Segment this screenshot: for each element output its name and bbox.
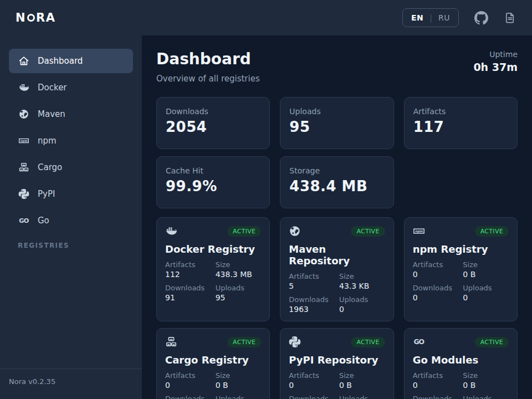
app-version: Nora v0.2.35 (0, 369, 142, 399)
status-badge: ACTIVE (227, 337, 261, 347)
top-bar: N RA EN | RU (0, 0, 532, 35)
language-toggle[interactable]: EN | RU (402, 8, 459, 27)
status-badge: ACTIVE (351, 226, 385, 237)
stat-field-value: 43.3 KB (339, 282, 385, 290)
stat-value: 95 (289, 119, 384, 135)
registry-card-npm[interactable]: ACTIVE npm Registry Artifacts 0 Size 0 B… (404, 217, 518, 321)
stat-field-label: Artifacts (413, 371, 459, 380)
registry-name: Cargo Registry (165, 354, 261, 366)
stat-field-label: Uploads (463, 395, 509, 399)
stat-field-value: 0 B (463, 381, 509, 390)
stat-field-label: Artifacts (165, 260, 211, 269)
sidebar-item-go[interactable]: Go (9, 208, 133, 233)
stat-value: 2054 (166, 119, 260, 135)
logo-o-circle (27, 14, 35, 22)
stat-card-artifacts: Artifacts 117 (404, 97, 518, 149)
registry-stat-size: Size 438.3 MB (216, 260, 262, 279)
sidebar-item-cargo[interactable]: Cargo (9, 155, 133, 180)
python-icon (18, 188, 29, 200)
registry-stat-uploads: Uploads 0 (339, 395, 385, 399)
sidebar-item-dashboard[interactable]: Dashboard (9, 49, 133, 73)
registry-stat-artifacts: Artifacts 0 (413, 260, 459, 279)
sidebar-item-pypi[interactable]: PyPI (9, 182, 133, 206)
uptime-block: Uptime 0h 37m (473, 50, 518, 73)
registry-stat-downloads: Downloads 0 (413, 284, 459, 302)
registry-stat-uploads: Uploads 0 (339, 295, 385, 314)
go-icon (413, 336, 425, 348)
registry-name: Docker Registry (165, 243, 261, 255)
registry-card-header: ACTIVE (289, 225, 385, 237)
crates-icon (18, 162, 29, 173)
sidebar-item-npm[interactable]: npm (9, 129, 133, 153)
stat-field-label: Artifacts (413, 260, 459, 269)
registry-stat-artifacts: Artifacts 112 (165, 260, 211, 279)
page-title: Dashboard (156, 50, 260, 68)
stat-field-label: Size (463, 260, 509, 269)
sidebar-item-docker[interactable]: Docker (9, 75, 133, 100)
registry-stat-size: Size 0 B (216, 371, 262, 390)
registry-card-header: ACTIVE (165, 336, 261, 348)
stat-field-label: Size (216, 260, 262, 269)
registry-stat-downloads: Downloads 91 (165, 284, 211, 302)
registry-card-header: ACTIVE (413, 225, 509, 237)
stat-value: 99.9% (166, 178, 260, 195)
stat-label: Storage (289, 166, 384, 175)
registry-stats: Artifacts 0 Size 0 B Downloads 0 Uploads… (413, 371, 509, 399)
registry-stats: Artifacts 0 Size 0 B Downloads 0 Uploads… (289, 371, 385, 399)
docs-icon[interactable] (504, 12, 516, 24)
stat-field-value: 0 (413, 270, 459, 279)
sidebar-item-label: npm (38, 136, 57, 146)
docker-whale-icon (165, 225, 177, 237)
stat-field-label: Uploads (339, 295, 385, 304)
stat-field-value: 0 B (216, 381, 262, 390)
page-title-block: Dashboard Overview of all registries (156, 50, 260, 84)
main-content: Dashboard Overview of all registries Upt… (142, 35, 532, 399)
stat-label: Cache Hit (166, 166, 260, 175)
stat-field-label: Size (463, 371, 509, 380)
stat-field-label: Size (339, 371, 385, 380)
registry-card-maven[interactable]: ACTIVE Maven Repository Artifacts 5 Size… (280, 217, 393, 321)
language-option-ru[interactable]: RU (438, 13, 450, 22)
stat-field-label: Uploads (216, 284, 262, 292)
stat-field-label: Downloads (165, 284, 211, 292)
registry-card-cargo[interactable]: ACTIVE Cargo Registry Artifacts 0 Size 0… (156, 328, 270, 399)
registry-stat-size: Size 0 B (339, 371, 385, 390)
registry-card-go[interactable]: ACTIVE Go Modules Artifacts 0 Size 0 B D… (404, 328, 518, 399)
stat-field-label: Downloads (165, 395, 211, 399)
crates-icon (165, 336, 177, 348)
status-badge: ACTIVE (351, 337, 385, 347)
page-subtitle: Overview of all registries (156, 74, 260, 84)
registry-name: Maven Repository (289, 243, 385, 267)
registry-card-header: ACTIVE (413, 336, 509, 348)
stat-field-label: Uploads (339, 395, 385, 399)
stat-field-value: 5 (289, 282, 335, 290)
docker-whale-icon (18, 82, 29, 93)
registry-card-docker[interactable]: ACTIVE Docker Registry Artifacts 112 Siz… (156, 217, 270, 321)
logo-text-post: RA (36, 11, 55, 24)
stat-field-label: Size (339, 272, 385, 280)
language-option-en[interactable]: EN (411, 13, 423, 22)
registry-stat-uploads: Uploads 95 (216, 284, 262, 302)
github-icon[interactable] (474, 11, 488, 25)
npm-box-icon (18, 135, 29, 146)
registry-stat-artifacts: Artifacts 0 (165, 371, 211, 390)
sidebar-item-label: PyPI (38, 189, 55, 199)
stat-field-value: 0 (413, 381, 459, 390)
stat-field-label: Downloads (289, 395, 335, 399)
registry-grid: ACTIVE Docker Registry Artifacts 112 Siz… (156, 217, 518, 399)
sidebar-item-label: Dashboard (38, 56, 83, 66)
sidebar-item-label: Go (38, 216, 49, 226)
sidebar-item-maven[interactable]: Maven (9, 102, 133, 126)
registry-stat-size: Size 0 B (463, 260, 509, 279)
stat-label: Artifacts (413, 107, 508, 116)
stat-field-label: Downloads (413, 284, 459, 292)
globe-icon (289, 225, 301, 237)
registry-stats: Artifacts 5 Size 43.3 KB Downloads 1963 … (289, 272, 385, 314)
registry-name: PyPI Repository (289, 354, 385, 366)
registry-name: Go Modules (413, 354, 509, 366)
registry-card-pypi[interactable]: ACTIVE PyPI Repository Artifacts 0 Size … (280, 328, 393, 399)
stat-field-label: Artifacts (289, 272, 335, 280)
registry-card-header: ACTIVE (165, 225, 261, 237)
registry-name: npm Registry (413, 243, 509, 255)
stat-field-value: 0 (289, 381, 335, 390)
